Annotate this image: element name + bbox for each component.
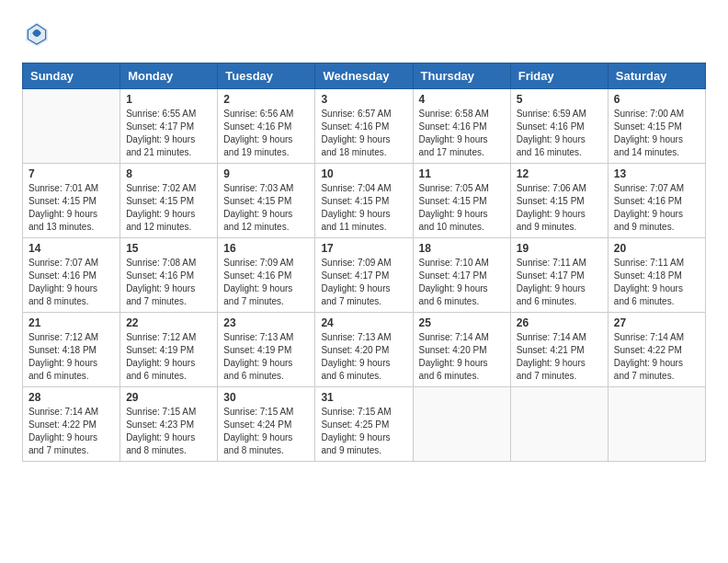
calendar-cell: 4Sunrise: 6:58 AMSunset: 4:16 PMDaylight… [413,89,510,164]
day-number: 31 [321,391,406,404]
calendar-cell [23,89,120,164]
day-info: Sunrise: 7:09 AMSunset: 4:16 PMDaylight:… [223,257,309,308]
calendar-week-row: 1Sunrise: 6:55 AMSunset: 4:17 PMDaylight… [23,89,706,164]
calendar-cell: 24Sunrise: 7:13 AMSunset: 4:20 PMDayligh… [315,313,413,387]
day-number: 21 [28,316,114,329]
day-info: Sunrise: 7:05 AMSunset: 4:15 PMDaylight:… [419,182,505,234]
day-info: Sunrise: 7:08 AMSunset: 4:16 PMDaylight:… [126,257,211,308]
calendar-cell: 30Sunrise: 7:15 AMSunset: 4:24 PMDayligh… [218,387,315,462]
calendar-cell: 21Sunrise: 7:12 AMSunset: 4:18 PMDayligh… [23,313,120,387]
day-info: Sunrise: 7:15 AMSunset: 4:25 PMDaylight:… [321,406,406,457]
day-number: 3 [321,93,406,106]
day-number: 10 [321,167,406,180]
calendar-cell: 11Sunrise: 7:05 AMSunset: 4:15 PMDayligh… [413,164,510,238]
day-number: 14 [28,242,114,255]
calendar-cell: 17Sunrise: 7:09 AMSunset: 4:17 PMDayligh… [315,238,413,313]
calendar-week-row: 28Sunrise: 7:14 AMSunset: 4:22 PMDayligh… [23,387,706,462]
calendar-cell: 20Sunrise: 7:11 AMSunset: 4:18 PMDayligh… [608,238,705,313]
calendar-cell: 14Sunrise: 7:07 AMSunset: 4:16 PMDayligh… [23,238,120,313]
day-number: 20 [614,242,700,255]
calendar-cell: 7Sunrise: 7:01 AMSunset: 4:15 PMDaylight… [23,164,120,238]
weekday-header: Wednesday [315,63,413,89]
weekday-header: Friday [510,63,608,89]
day-number: 13 [614,167,700,180]
day-number: 27 [614,316,700,329]
day-number: 12 [517,167,602,180]
day-info: Sunrise: 7:12 AMSunset: 4:19 PMDaylight:… [126,331,211,383]
day-number: 5 [517,93,602,106]
day-info: Sunrise: 6:58 AMSunset: 4:16 PMDaylight:… [419,108,505,159]
day-number: 25 [419,316,505,329]
day-info: Sunrise: 7:03 AMSunset: 4:15 PMDaylight:… [223,182,309,234]
weekday-header: Monday [120,63,218,89]
calendar-cell: 10Sunrise: 7:04 AMSunset: 4:15 PMDayligh… [315,164,413,238]
logo-icon [22,18,51,48]
day-number: 6 [614,93,700,106]
calendar-cell: 12Sunrise: 7:06 AMSunset: 4:15 PMDayligh… [510,164,608,238]
day-number: 1 [126,93,211,106]
calendar-cell: 31Sunrise: 7:15 AMSunset: 4:25 PMDayligh… [315,387,413,462]
day-number: 8 [126,167,211,180]
day-info: Sunrise: 6:59 AMSunset: 4:16 PMDaylight:… [517,108,602,159]
calendar-cell: 15Sunrise: 7:08 AMSunset: 4:16 PMDayligh… [120,238,218,313]
calendar-cell: 5Sunrise: 6:59 AMSunset: 4:16 PMDaylight… [510,89,608,164]
page-header [22,18,706,48]
calendar-cell [413,387,510,462]
weekday-header: Saturday [608,63,705,89]
day-info: Sunrise: 7:15 AMSunset: 4:24 PMDaylight:… [223,406,309,457]
calendar-week-row: 7Sunrise: 7:01 AMSunset: 4:15 PMDaylight… [23,164,706,238]
calendar-cell: 2Sunrise: 6:56 AMSunset: 4:16 PMDaylight… [218,89,315,164]
calendar-cell: 22Sunrise: 7:12 AMSunset: 4:19 PMDayligh… [120,313,218,387]
day-number: 28 [28,391,114,404]
calendar-cell: 29Sunrise: 7:15 AMSunset: 4:23 PMDayligh… [120,387,218,462]
day-info: Sunrise: 7:10 AMSunset: 4:17 PMDaylight:… [419,257,505,308]
calendar-cell [510,387,608,462]
day-number: 24 [321,316,406,329]
day-info: Sunrise: 7:13 AMSunset: 4:20 PMDaylight:… [321,331,406,383]
day-number: 9 [223,167,309,180]
weekday-header: Tuesday [218,63,315,89]
day-info: Sunrise: 7:00 AMSunset: 4:15 PMDaylight:… [614,108,700,159]
weekday-header: Sunday [23,63,120,89]
day-info: Sunrise: 7:01 AMSunset: 4:15 PMDaylight:… [28,182,114,234]
day-number: 15 [126,242,211,255]
day-info: Sunrise: 7:06 AMSunset: 4:15 PMDaylight:… [517,182,602,234]
calendar-cell: 8Sunrise: 7:02 AMSunset: 4:15 PMDaylight… [120,164,218,238]
calendar-cell: 3Sunrise: 6:57 AMSunset: 4:16 PMDaylight… [315,89,413,164]
day-info: Sunrise: 7:13 AMSunset: 4:19 PMDaylight:… [223,331,309,383]
day-number: 11 [419,167,505,180]
calendar-cell [608,387,705,462]
day-info: Sunrise: 7:15 AMSunset: 4:23 PMDaylight:… [126,406,211,457]
day-number: 2 [223,93,309,106]
logo [22,18,57,48]
day-info: Sunrise: 6:55 AMSunset: 4:17 PMDaylight:… [126,108,211,159]
calendar-cell: 23Sunrise: 7:13 AMSunset: 4:19 PMDayligh… [218,313,315,387]
day-number: 4 [419,93,505,106]
calendar-cell: 13Sunrise: 7:07 AMSunset: 4:16 PMDayligh… [608,164,705,238]
day-number: 23 [223,316,309,329]
calendar-week-row: 21Sunrise: 7:12 AMSunset: 4:18 PMDayligh… [23,313,706,387]
day-info: Sunrise: 7:07 AMSunset: 4:16 PMDaylight:… [28,257,114,308]
day-info: Sunrise: 7:11 AMSunset: 4:17 PMDaylight:… [517,257,602,308]
day-info: Sunrise: 7:07 AMSunset: 4:16 PMDaylight:… [614,182,700,234]
calendar-cell: 18Sunrise: 7:10 AMSunset: 4:17 PMDayligh… [413,238,510,313]
calendar-cell: 16Sunrise: 7:09 AMSunset: 4:16 PMDayligh… [218,238,315,313]
day-number: 7 [28,167,114,180]
day-number: 19 [517,242,602,255]
day-info: Sunrise: 7:11 AMSunset: 4:18 PMDaylight:… [614,257,700,308]
calendar-header-row: SundayMondayTuesdayWednesdayThursdayFrid… [23,63,706,89]
day-info: Sunrise: 7:14 AMSunset: 4:22 PMDaylight:… [614,331,700,383]
day-info: Sunrise: 7:02 AMSunset: 4:15 PMDaylight:… [126,182,211,234]
calendar-week-row: 14Sunrise: 7:07 AMSunset: 4:16 PMDayligh… [23,238,706,313]
day-info: Sunrise: 7:04 AMSunset: 4:15 PMDaylight:… [321,182,406,234]
day-info: Sunrise: 7:14 AMSunset: 4:20 PMDaylight:… [419,331,505,383]
day-info: Sunrise: 7:14 AMSunset: 4:21 PMDaylight:… [517,331,602,383]
day-number: 16 [223,242,309,255]
day-info: Sunrise: 7:12 AMSunset: 4:18 PMDaylight:… [28,331,114,383]
day-info: Sunrise: 7:14 AMSunset: 4:22 PMDaylight:… [28,406,114,457]
day-info: Sunrise: 6:57 AMSunset: 4:16 PMDaylight:… [321,108,406,159]
day-info: Sunrise: 6:56 AMSunset: 4:16 PMDaylight:… [223,108,309,159]
calendar-cell: 27Sunrise: 7:14 AMSunset: 4:22 PMDayligh… [608,313,705,387]
calendar-cell: 19Sunrise: 7:11 AMSunset: 4:17 PMDayligh… [510,238,608,313]
calendar-cell: 25Sunrise: 7:14 AMSunset: 4:20 PMDayligh… [413,313,510,387]
